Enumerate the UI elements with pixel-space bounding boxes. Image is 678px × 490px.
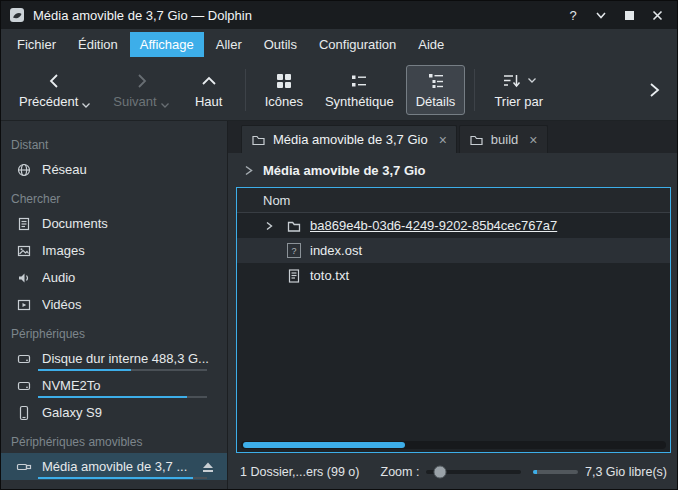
window-title: Média amovible de 3,7 Gio — Dolphin [33, 8, 252, 23]
minimize-icon [595, 9, 607, 21]
tab-bar: Média amovible de 3,7 Gio × build × [228, 121, 677, 153]
eject-button[interactable] [201, 460, 215, 474]
file-row-index-ost[interactable]: ? index.ost [237, 238, 670, 263]
titlebar: Média amovible de 3,7 Gio — Dolphin ? [1, 1, 677, 29]
folder-icon [469, 132, 484, 147]
sidebar-item-documents[interactable]: Documents [1, 210, 227, 237]
expand-arrow-icon[interactable] [263, 220, 278, 232]
disk-usage-bar [38, 477, 207, 479]
phone-icon [15, 405, 33, 421]
toolbar-overflow-button[interactable] [639, 75, 669, 105]
sidebar-item-nvme2to[interactable]: NVME2To [1, 372, 227, 399]
maximize-button[interactable] [617, 4, 641, 26]
menu-edition[interactable]: Édition [68, 32, 128, 57]
sort-by-button[interactable]: Trier par [484, 65, 553, 115]
sort-dropdown-icon [527, 77, 537, 84]
audio-icon [15, 270, 33, 286]
removable-media-icon [15, 459, 33, 475]
toolbar-separator [474, 69, 475, 111]
file-name: ba869e4b-03d6-4249-9202-85b4cec767a7 [310, 218, 557, 233]
tab-build[interactable]: build × [459, 125, 548, 153]
section-header-distant: Distant [1, 129, 227, 156]
sidebar-item-images[interactable]: Images [1, 237, 227, 264]
file-name: toto.txt [310, 268, 349, 283]
sidebar-item-media-amovible[interactable]: Média amovible de 3,7 ... [1, 453, 227, 480]
menu-fichier[interactable]: Fichier [7, 32, 66, 57]
icons-view-button[interactable]: Icônes [255, 65, 313, 115]
tab-close-icon[interactable]: × [529, 132, 537, 148]
compact-view-icon [349, 71, 369, 91]
forward-dropdown-icon [160, 102, 170, 109]
minimize-button[interactable] [589, 4, 613, 26]
dolphin-app-icon [9, 7, 25, 23]
eject-icon [201, 460, 215, 474]
sidebar-item-galaxy-s9[interactable]: Galaxy S9 [1, 399, 227, 426]
tab-label: build [491, 132, 518, 147]
sidebar-item-disque-interne[interactable]: Disque dur interne 488,3 G... [1, 345, 227, 372]
close-button[interactable] [645, 4, 669, 26]
folder-icon [285, 218, 303, 234]
tab-close-icon[interactable]: × [439, 132, 447, 148]
harddisk-icon [15, 351, 33, 367]
view-wrapper: Nom ba869e4b-03d6-4249-9202-85b4cec767a7 [228, 187, 677, 454]
horizontal-scrollbar[interactable] [241, 441, 666, 449]
sidebar-item-audio[interactable]: Audio [1, 264, 227, 291]
disk-usage-bar [38, 369, 207, 371]
up-button[interactable]: Haut [182, 65, 236, 115]
column-header-nom[interactable]: Nom [237, 188, 670, 213]
capacity-bar [533, 470, 578, 474]
documents-icon [15, 216, 33, 232]
status-summary: 1 Dossier,...ers (99 o) [240, 465, 360, 479]
file-view: Nom ba869e4b-03d6-4249-9202-85b4cec767a7 [236, 187, 671, 453]
unknown-file-icon: ? [285, 243, 303, 258]
forward-button[interactable]: Suivant [103, 65, 179, 115]
places-panel: Distant Réseau Chercher Documents Images [1, 121, 228, 489]
menu-configuration[interactable]: Configuration [309, 32, 406, 57]
tab-label: Média amovible de 3,7 Gio [273, 132, 428, 147]
back-dropdown-icon [81, 102, 91, 109]
section-header-peripheriques-amovibles: Périphériques amovibles [1, 426, 227, 453]
file-row-folder[interactable]: ba869e4b-03d6-4249-9202-85b4cec767a7 [237, 213, 670, 238]
breadcrumb-expander-icon[interactable] [242, 164, 255, 177]
section-header-peripheriques: Périphériques [1, 318, 227, 345]
text-file-icon [285, 268, 303, 284]
zoom-slider[interactable] [426, 470, 521, 474]
help-button[interactable]: ? [561, 4, 585, 26]
menu-aide[interactable]: Aide [408, 32, 454, 57]
menu-outils[interactable]: Outils [254, 32, 307, 57]
sidebar-item-videos[interactable]: Vidéos [1, 291, 227, 318]
menu-affichage[interactable]: Affichage [130, 32, 204, 57]
details-view-button[interactable]: Détails [406, 65, 466, 115]
free-space-label: 7,3 Gio libre(s) [585, 465, 667, 479]
sort-icon [501, 71, 521, 91]
menubar: Fichier Édition Affichage Aller Outils C… [1, 29, 677, 59]
file-row-toto-txt[interactable]: toto.txt [237, 263, 670, 288]
details-view-icon [426, 71, 446, 91]
network-icon [15, 162, 33, 178]
tab-media-amovible[interactable]: Média amovible de 3,7 Gio × [241, 125, 457, 153]
compact-view-button[interactable]: Synthétique [315, 65, 404, 115]
menu-aller[interactable]: Aller [206, 32, 252, 57]
breadcrumb-location[interactable]: Média amovible de 3,7 Gio [263, 163, 426, 178]
main-toolbar: Précédent Suivant Haut Icônes [1, 59, 677, 121]
harddisk-icon [15, 378, 33, 394]
zoom-slider-handle[interactable] [433, 465, 446, 478]
content-area: Distant Réseau Chercher Documents Images [1, 121, 677, 489]
forward-icon [131, 71, 151, 91]
folder-icon [251, 132, 266, 147]
icons-view-icon [274, 71, 294, 91]
file-name: index.ost [310, 243, 362, 258]
status-bar: 1 Dossier,...ers (99 o) Zoom : 7,3 Gio l… [228, 454, 677, 489]
close-icon [652, 10, 663, 21]
up-icon [199, 71, 219, 91]
back-icon [45, 71, 65, 91]
sidebar-item-reseau[interactable]: Réseau [1, 156, 227, 183]
window-controls: ? [561, 4, 669, 26]
scrollbar-thumb[interactable] [243, 442, 405, 448]
main-view-column: Média amovible de 3,7 Gio × build × Médi… [228, 121, 677, 489]
images-icon [15, 243, 33, 259]
maximize-icon [624, 10, 635, 21]
back-button[interactable]: Précédent [9, 65, 101, 115]
zoom-label: Zoom : [381, 465, 420, 479]
dolphin-window: Média amovible de 3,7 Gio — Dolphin ? Fi… [0, 0, 678, 490]
